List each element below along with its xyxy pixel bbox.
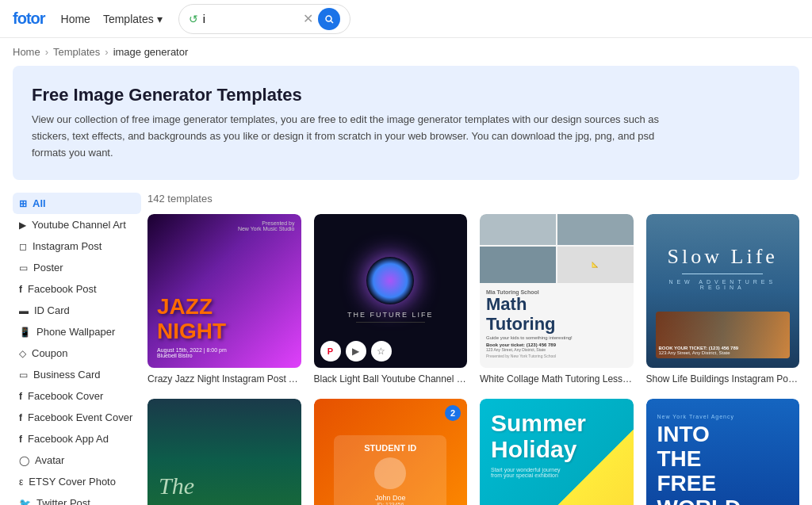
sidebar-item-facebook-event-cover[interactable]: f Facebook Event Cover [13, 407, 141, 428]
id-card-icon: ▬ [19, 305, 29, 316]
svg-line-1 [331, 21, 333, 23]
sidebar-item-facebook-cover[interactable]: f Facebook Cover [13, 385, 141, 407]
facebook-app-icon: f [19, 434, 22, 445]
instagram-icon: ◻ [19, 241, 27, 252]
template-card-blackball[interactable]: THE FUTURE LIFE P ▶ ☆ Black Light Ball Y… [314, 214, 468, 385]
sidebar-label-all: All [33, 197, 46, 209]
facebook-event-icon: f [19, 412, 22, 423]
pinterest-button[interactable]: P [320, 341, 341, 362]
sidebar-label: ETSY Cover Photo [29, 476, 116, 488]
template-card-summer[interactable]: SummerHoliday Start your wonderful journ… [480, 399, 634, 505]
sidebar-label: Avatar [35, 454, 64, 466]
content-area: 142 templates Presented byNew York Music… [147, 193, 799, 505]
youtube-icon: ▶ [19, 220, 26, 231]
sidebar-label: Poster [33, 262, 63, 274]
template-card-lagoon[interactable]: TheLagoon Start your wonderful journeyfr… [147, 399, 301, 505]
twitter-icon: 🐦 [19, 498, 31, 505]
card-title-slowlife: Show Life Buildings Instagram Post Templ… [646, 373, 800, 386]
sidebar-label: Facebook Cover [28, 390, 103, 402]
card-image-blackball: THE FUTURE LIFE P ▶ ☆ [314, 214, 468, 368]
sidebar-item-coupon[interactable]: ◇ Coupon [13, 342, 141, 364]
sidebar-label: Twitter Post [36, 497, 90, 505]
business-card-icon: ▭ [19, 369, 28, 381]
facebook-icon: f [19, 284, 22, 295]
card-image-summer: SummerHoliday Start your wonderful journ… [480, 399, 634, 505]
sidebar-item-twitter[interactable]: 🐦 Twitter Post [13, 492, 141, 505]
poster-icon: ▭ [19, 262, 28, 274]
breadcrumb-sep-2: › [105, 46, 108, 58]
sidebar-item-instagram-post[interactable]: ◻ Instagram Post [13, 235, 141, 257]
card-image-lagoon: TheLagoon Start your wonderful journeyfr… [147, 399, 301, 505]
svg-point-0 [326, 16, 331, 21]
breadcrumb: Home › Templates › image generator [0, 38, 812, 66]
hero-title: Free Image Generator Templates [32, 85, 780, 105]
search-bar: ↺ ✕ [178, 4, 350, 34]
breadcrumb-sep-1: › [45, 46, 48, 58]
clear-button[interactable]: ✕ [303, 11, 313, 26]
sidebar-label: Facebook Event Cover [28, 411, 132, 423]
sidebar-label: Coupon [32, 347, 68, 359]
sidebar-label: Facebook Post [28, 283, 97, 295]
template-count-badge: 2 [445, 405, 461, 421]
main-nav: Home Templates ▾ [61, 13, 163, 25]
sidebar-item-etsy[interactable]: ε ETSY Cover Photo [13, 471, 141, 492]
star-button[interactable]: ☆ [371, 341, 392, 362]
sidebar-item-poster[interactable]: ▭ Poster [13, 257, 141, 278]
avatar-icon: ◯ [19, 455, 29, 466]
coupon-icon: ◇ [19, 348, 26, 359]
sidebar-item-facebook-post[interactable]: f Facebook Post [13, 278, 141, 300]
sidebar-item-facebook-app-ad[interactable]: f Facebook App Ad [13, 428, 141, 450]
search-input[interactable] [203, 13, 298, 25]
card-image-freeworld: New York Travel Agency INTOTHEFREEWORLD … [646, 399, 800, 505]
chevron-down-icon: ▾ [157, 13, 163, 25]
card-image-orange-id: STUDENT ID John Doe ID: 123456 2 [314, 399, 468, 505]
sidebar-label: Facebook App Ad [28, 433, 109, 445]
sidebar-item-id-card[interactable]: ▬ ID Card [13, 300, 141, 321]
template-count: 142 templates [147, 193, 799, 205]
template-card-orange-id[interactable]: STUDENT ID John Doe ID: 123456 2 Orange … [314, 399, 468, 505]
card-image-tutoring: 📐 Mia Tutoring School MathTutoring Guide… [480, 214, 634, 368]
sidebar-label: ID Card [34, 304, 70, 316]
card-title-blackball: Black Light Ball Youtube Channel Banner … [314, 373, 468, 386]
sidebar-item-youtube-channel-art[interactable]: ▶ Youtube Channel Art [13, 214, 141, 235]
sidebar: ⊞ All ▶ Youtube Channel Art ◻ Instagram … [13, 193, 147, 505]
card-title-jazz: Crazy Jazz Night Instagram Post Template [147, 373, 301, 386]
sidebar-item-business-card[interactable]: ▭ Business Card [13, 364, 141, 385]
refresh-icon: ↺ [189, 13, 198, 25]
video-button[interactable]: ▶ [346, 341, 366, 362]
breadcrumb-templates[interactable]: Templates [53, 46, 100, 58]
template-card-slowlife[interactable]: Slow Life NEW ADVENTURES REGINA BOOK YOU… [646, 214, 800, 385]
sidebar-item-avatar[interactable]: ◯ Avatar [13, 450, 141, 471]
header: fotor Home Templates ▾ ↺ ✕ [0, 0, 812, 38]
search-button[interactable] [318, 8, 340, 30]
grid-icon: ⊞ [19, 198, 27, 209]
sidebar-item-phone-wallpaper[interactable]: 📱 Phone Wallpaper [13, 321, 141, 342]
logo: fotor [13, 10, 45, 28]
etsy-icon: ε [19, 476, 23, 488]
nav-templates[interactable]: Templates ▾ [103, 13, 163, 25]
template-card-jazz[interactable]: Presented byNew York Music Studio JAZZNI… [147, 214, 301, 385]
hero-description: View our collection of free image genera… [32, 112, 682, 161]
card-image-jazz: Presented byNew York Music Studio JAZZNI… [147, 214, 301, 368]
hero-banner: Free Image Generator Templates View our … [13, 66, 799, 180]
sidebar-label: Phone Wallpaper [36, 326, 115, 338]
card-image-slowlife: Slow Life NEW ADVENTURES REGINA BOOK YOU… [646, 214, 800, 368]
template-grid: Presented byNew York Music Studio JAZZNI… [147, 214, 799, 505]
breadcrumb-current: image generator [113, 46, 189, 58]
breadcrumb-home[interactable]: Home [13, 46, 40, 58]
main-layout: ⊞ All ▶ Youtube Channel Art ◻ Instagram … [0, 193, 812, 505]
sidebar-label: Instagram Post [33, 240, 102, 252]
sidebar-item-all[interactable]: ⊞ All [13, 193, 141, 214]
phone-icon: 📱 [19, 327, 31, 338]
facebook-cover-icon: f [19, 391, 22, 402]
sidebar-label: Business Card [33, 369, 101, 381]
sidebar-label: Youtube Channel Art [32, 219, 126, 231]
nav-home[interactable]: Home [61, 13, 90, 25]
template-card-freeworld[interactable]: New York Travel Agency INTOTHEFREEWORLD … [646, 399, 800, 505]
card-title-tutoring: White Collage Math Tutoring Lesson Poste… [480, 373, 634, 386]
template-card-tutoring[interactable]: 📐 Mia Tutoring School MathTutoring Guide… [480, 214, 634, 385]
